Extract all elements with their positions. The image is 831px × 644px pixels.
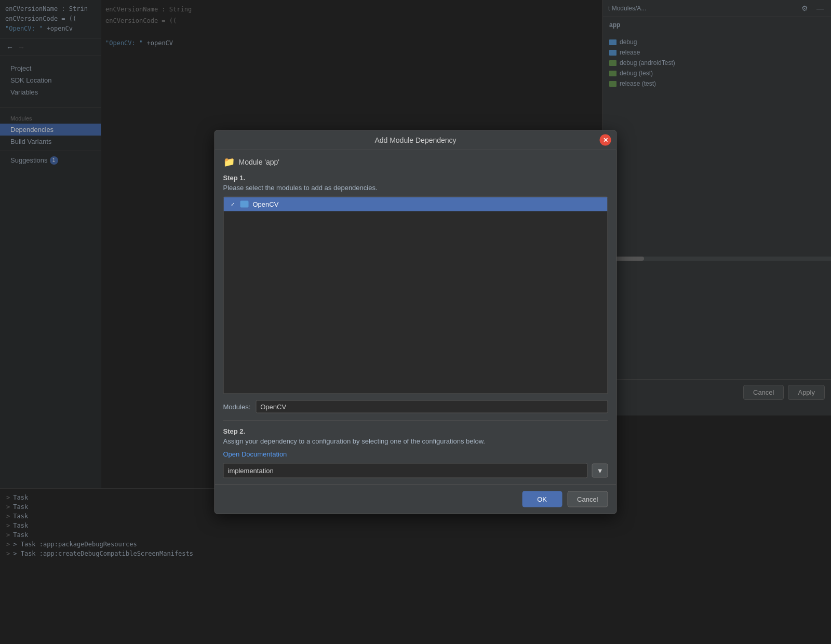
config-dropdown-arrow[interactable]: ▼ xyxy=(592,464,608,478)
opencv-checkbox[interactable]: ✓ xyxy=(229,200,236,208)
opencv-module-icon xyxy=(240,201,249,208)
cancel-button[interactable]: Cancel xyxy=(567,491,608,507)
step2-section: Step 2. Assign your dependency to a conf… xyxy=(223,421,608,478)
close-icon: ✕ xyxy=(603,137,608,144)
open-documentation-link[interactable]: Open Documentation xyxy=(223,450,287,458)
step2-desc: Assign your dependency to a configuratio… xyxy=(223,437,608,445)
module-name: Module 'app' xyxy=(239,158,280,166)
modules-field-row: Modules: xyxy=(223,400,608,413)
module-list: ✓ OpenCV xyxy=(223,197,608,394)
modal-title: Add Module Dependency xyxy=(374,136,456,144)
module-header: 📁 Module 'app' xyxy=(223,156,608,168)
ok-button[interactable]: OK xyxy=(522,491,562,507)
modal-body: 📁 Module 'app' Step 1. Please select the… xyxy=(215,150,616,485)
step1-label: Step 1. xyxy=(223,174,608,182)
module-folder-icon: 📁 xyxy=(223,156,235,168)
config-dropdown-row: implementation api compileOnly runtimeOn… xyxy=(223,463,608,478)
step2-desc-text: Assign your dependency to a configuratio… xyxy=(223,437,485,445)
configuration-select[interactable]: implementation api compileOnly runtimeOn… xyxy=(223,463,588,478)
modules-field-input[interactable] xyxy=(256,400,608,413)
modal-footer: OK Cancel xyxy=(215,485,616,514)
add-module-dependency-dialog: Add Module Dependency ✕ 📁 Module 'app' S… xyxy=(215,130,617,514)
step2-label: Step 2. xyxy=(223,427,608,435)
step1-desc: Please select the modules to add as depe… xyxy=(223,184,608,192)
module-list-item-opencv[interactable]: ✓ OpenCV xyxy=(224,197,608,211)
modules-field-label: Modules: xyxy=(223,403,251,411)
modal-close-button[interactable]: ✕ xyxy=(600,135,611,146)
opencv-label: OpenCV xyxy=(253,200,279,208)
modal-header: Add Module Dependency ✕ xyxy=(215,131,616,150)
